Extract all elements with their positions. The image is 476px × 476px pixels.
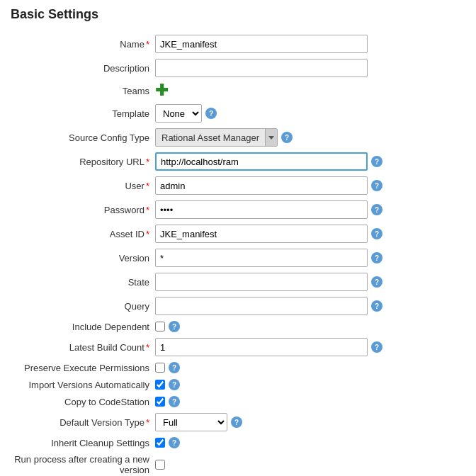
preserve-execute-help-icon[interactable]: ?	[169, 362, 180, 373]
source-config-value: Rational Asset Manager	[156, 132, 265, 143]
template-label: Template	[11, 101, 152, 125]
import-versions-help-icon[interactable]: ?	[169, 379, 180, 390]
user-label: User*	[11, 174, 152, 198]
run-process-label: Run process after creating a new version	[11, 451, 152, 476]
source-config-dropdown[interactable]	[265, 129, 277, 146]
preserve-execute-label: Preserve Execute Permissions	[11, 359, 152, 376]
asset-id-row: Asset ID* ?	[11, 222, 465, 246]
user-input[interactable]	[155, 176, 368, 195]
repository-url-input[interactable]	[155, 152, 368, 171]
include-dependent-label: Include Dependent	[11, 318, 152, 335]
source-config-label: Source Config Type	[11, 125, 152, 149]
preserve-execute-checkbox[interactable]	[155, 363, 165, 373]
password-label: Password*	[11, 198, 152, 222]
source-config-input-cell: Rational Asset Manager ?	[152, 125, 465, 149]
state-label: State	[11, 270, 152, 294]
run-process-checkbox[interactable]	[155, 460, 165, 470]
name-row: Name*	[11, 32, 465, 56]
template-select[interactable]: None	[156, 105, 201, 122]
source-config-row: Source Config Type Rational Asset Manage…	[11, 125, 465, 149]
copy-to-codestation-checkbox[interactable]	[155, 397, 165, 407]
include-dependent-row: Include Dependent ?	[11, 318, 465, 335]
copy-to-codestation-label: Copy to CodeStation	[11, 393, 152, 410]
source-config-help-icon[interactable]: ?	[281, 132, 293, 143]
password-row: Password* ?	[11, 198, 465, 222]
default-version-type-label: Default Version Type*	[11, 410, 152, 434]
run-process-cell	[152, 451, 465, 476]
inherit-cleanup-row: Inherit Cleanup Settings ?	[11, 434, 465, 451]
build-count-required: *	[146, 342, 149, 353]
description-row: Description	[11, 56, 465, 80]
description-input-cell	[152, 56, 465, 80]
password-input[interactable]	[155, 200, 368, 219]
default-version-type-row: Default Version Type* Full Incremental	[11, 410, 465, 434]
query-label: Query	[11, 294, 152, 318]
import-versions-cell: ?	[152, 376, 465, 393]
latest-build-count-label: Latest Build Count*	[11, 335, 152, 359]
repository-url-row: Repository URL* ?	[11, 149, 465, 174]
settings-form: Name* Description Teams	[11, 32, 465, 476]
run-process-row: Run process after creating a new version	[11, 451, 465, 476]
copy-to-codestation-row: Copy to CodeStation ?	[11, 393, 465, 410]
template-select-wrapper: None	[155, 104, 202, 123]
asset-id-help-icon[interactable]: ?	[371, 228, 382, 239]
repository-url-input-cell: ?	[152, 149, 465, 174]
teams-label: Teams	[11, 80, 152, 101]
template-input-cell: None ?	[152, 101, 465, 125]
query-input-cell: ?	[152, 294, 465, 318]
source-config-arrow-icon	[268, 136, 274, 140]
user-help-icon[interactable]: ?	[371, 180, 382, 191]
query-help-icon[interactable]: ?	[371, 300, 382, 312]
repository-url-help-icon[interactable]: ?	[371, 156, 382, 167]
latest-build-count-input[interactable]	[155, 338, 368, 356]
import-versions-checkbox[interactable]	[155, 380, 165, 390]
name-input-cell	[152, 32, 465, 56]
latest-build-count-help-icon[interactable]: ?	[371, 341, 382, 353]
teams-input-cell: ✚	[152, 80, 465, 101]
latest-build-count-row: Latest Build Count* ?	[11, 335, 465, 359]
description-input[interactable]	[155, 59, 368, 77]
version-label: Version	[11, 246, 152, 270]
state-help-icon[interactable]: ?	[371, 276, 382, 288]
password-required: *	[146, 205, 149, 215]
version-type-required: *	[146, 417, 149, 428]
page-title: Basic Settings	[11, 7, 465, 22]
query-input[interactable]	[155, 297, 368, 315]
user-input-cell: ?	[152, 174, 465, 198]
state-row: State ?	[11, 270, 465, 294]
teams-row: Teams ✚	[11, 80, 465, 101]
copy-to-codestation-help-icon[interactable]: ?	[169, 396, 180, 407]
state-input[interactable]	[155, 273, 368, 291]
version-type-select[interactable]: Full Incremental	[156, 414, 227, 431]
password-input-cell: ?	[152, 198, 465, 222]
inherit-cleanup-checkbox[interactable]	[155, 438, 165, 448]
import-versions-row: Import Versions Automatically ?	[11, 376, 465, 393]
preserve-execute-row: Preserve Execute Permissions ?	[11, 359, 465, 376]
default-version-type-cell: Full Incremental ?	[152, 410, 465, 434]
template-row: Template None ?	[11, 101, 465, 125]
state-input-cell: ?	[152, 270, 465, 294]
user-required: *	[146, 181, 149, 191]
inherit-cleanup-help-icon[interactable]: ?	[169, 437, 180, 448]
latest-build-count-cell: ?	[152, 335, 465, 359]
description-label: Description	[11, 56, 152, 80]
asset-id-input[interactable]	[155, 225, 368, 243]
include-dependent-checkbox[interactable]	[155, 322, 165, 332]
name-input[interactable]	[155, 35, 368, 53]
version-help-icon[interactable]: ?	[371, 252, 382, 264]
password-help-icon[interactable]: ?	[371, 204, 382, 215]
asset-id-input-cell: ?	[152, 222, 465, 246]
url-required: *	[146, 157, 149, 167]
template-help-icon[interactable]: ?	[205, 108, 217, 119]
version-input[interactable]	[155, 249, 368, 267]
inherit-cleanup-label: Inherit Cleanup Settings	[11, 434, 152, 451]
repository-url-label: Repository URL*	[11, 149, 152, 174]
version-type-select-wrapper: Full Incremental	[155, 413, 227, 431]
import-versions-label: Import Versions Automatically	[11, 376, 152, 393]
version-row: Version ?	[11, 246, 465, 270]
add-team-icon[interactable]: ✚	[155, 83, 168, 98]
default-version-type-help-icon[interactable]: ?	[231, 416, 242, 428]
include-dependent-cell: ?	[152, 318, 465, 335]
include-dependent-help-icon[interactable]: ?	[169, 321, 180, 332]
name-required: *	[146, 39, 149, 50]
